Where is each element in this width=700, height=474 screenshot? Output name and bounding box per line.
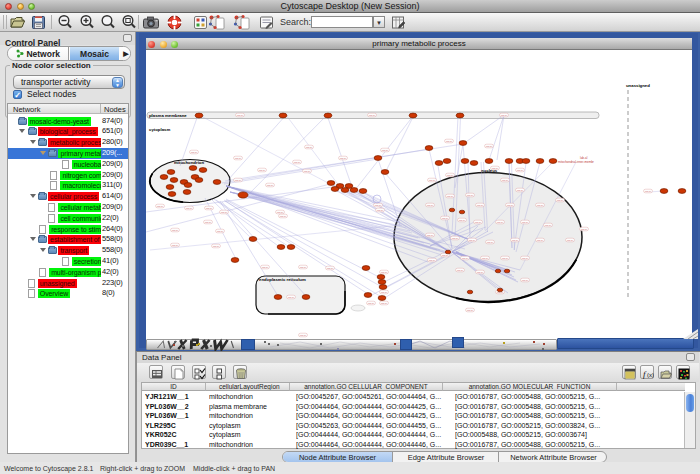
svg-text:lab-al: lab-al	[580, 156, 588, 160]
svg-text:lab-al: lab-al	[469, 239, 475, 242]
svg-text:lab-al: lab-al	[462, 257, 468, 260]
svg-text:(x): (x)	[647, 372, 654, 378]
svg-text:endoplasmic reticulum: endoplasmic reticulum	[259, 277, 306, 282]
svg-text:lab-al: lab-al	[304, 170, 310, 173]
svg-text:lab-al: lab-al	[237, 114, 243, 117]
svg-text:lab-al: lab-al	[157, 205, 163, 208]
svg-text:lab-al: lab-al	[447, 174, 453, 177]
svg-text:lab-al: lab-al	[340, 157, 346, 160]
svg-text:lab-al: lab-al	[262, 266, 268, 269]
svg-text:lab-al: lab-al	[427, 204, 433, 207]
svg-text:lab-al: lab-al	[442, 217, 448, 220]
svg-text:lab-al: lab-al	[497, 221, 503, 224]
svg-text:plasma membrane: plasma membrane	[149, 113, 187, 118]
svg-text:lab-al: lab-al	[487, 241, 493, 244]
svg-text:unassigned: unassigned	[626, 83, 650, 88]
svg-text:lab-al: lab-al	[522, 279, 528, 282]
svg-text:lab-al: lab-al	[172, 244, 178, 247]
svg-text:mitochondrial-inner-membr: mitochondrial-inner-membr	[558, 160, 594, 164]
svg-text:lab-al: lab-al	[429, 259, 435, 262]
svg-text:lab-al: lab-al	[427, 234, 433, 237]
svg-text:lab-al: lab-al	[467, 194, 473, 197]
svg-text:lab-al: lab-al	[477, 204, 483, 207]
svg-text:lab-al: lab-al	[259, 169, 265, 172]
svg-text:lab-al: lab-al	[567, 239, 573, 242]
svg-text:lab-al: lab-al	[581, 228, 587, 231]
svg-text:lab-al: lab-al	[502, 257, 508, 260]
svg-text:lab-al: lab-al	[381, 302, 387, 305]
svg-text:lab-al: lab-al	[446, 140, 452, 143]
svg-text:lab-al: lab-al	[280, 215, 286, 218]
svg-text:lab-al: lab-al	[235, 179, 241, 182]
svg-text:lab-al: lab-al	[267, 184, 273, 187]
svg-text:lab-al: lab-al	[502, 179, 508, 182]
svg-text:lab-al: lab-al	[512, 239, 518, 242]
svg-text:lab-al: lab-al	[217, 230, 223, 233]
svg-text:mitochondrion: mitochondrion	[174, 160, 204, 165]
svg-text:lab-al: lab-al	[645, 190, 651, 193]
svg-text:lab-al: lab-al	[277, 211, 283, 214]
svg-text:lab-al: lab-al	[447, 195, 453, 198]
svg-text:lab-al: lab-al	[213, 245, 219, 248]
svg-text:lab-al: lab-al	[186, 207, 192, 210]
svg-text:lab-al: lab-al	[452, 237, 458, 240]
svg-text:lab-al: lab-al	[375, 204, 381, 207]
svg-text:lab-al: lab-al	[235, 157, 241, 160]
svg-text:lab-al: lab-al	[381, 271, 387, 274]
svg-text:lab-al: lab-al	[381, 291, 387, 294]
svg-text:lab-al: lab-al	[537, 204, 543, 207]
svg-text:lab-al: lab-al	[457, 269, 463, 272]
svg-text:lab-al: lab-al	[522, 221, 528, 224]
svg-text:lab-al: lab-al	[492, 167, 498, 170]
svg-text:lab-al: lab-al	[368, 302, 374, 305]
svg-text:lab-al: lab-al	[442, 254, 448, 257]
svg-text:lab-al: lab-al	[369, 114, 375, 117]
svg-text:lab-al: lab-al	[191, 151, 197, 154]
svg-text:lab-al: lab-al	[486, 145, 492, 148]
svg-text:lab-al: lab-al	[300, 266, 306, 269]
svg-text:lab-al: lab-al	[545, 224, 551, 227]
svg-text:lab-al: lab-al	[467, 309, 473, 312]
svg-text:lab-al: lab-al	[522, 257, 528, 260]
svg-text:lab-al: lab-al	[382, 149, 388, 152]
svg-text:lab-al: lab-al	[172, 229, 178, 232]
svg-text:lab-al: lab-al	[501, 114, 507, 117]
svg-text:lab-al: lab-al	[459, 219, 465, 222]
svg-text:lab-al: lab-al	[475, 221, 481, 224]
svg-text:lab-al: lab-al	[300, 334, 306, 337]
svg-text:lab-al: lab-al	[294, 161, 300, 164]
svg-text:lab-al: lab-al	[517, 189, 523, 192]
svg-text:lab-al: lab-al	[377, 209, 383, 212]
svg-text:lab-al: lab-al	[477, 271, 483, 274]
svg-text:lab-al: lab-al	[205, 221, 211, 224]
svg-text:cytoplasm: cytoplasm	[149, 127, 170, 132]
svg-text:lab-al: lab-al	[517, 169, 523, 172]
svg-text:lab-al: lab-al	[288, 296, 294, 299]
svg-text:lab-al: lab-al	[482, 257, 488, 260]
svg-text:lab-al: lab-al	[507, 204, 513, 207]
svg-text:lab-al: lab-al	[306, 146, 312, 149]
svg-text:lab-al: lab-al	[429, 179, 435, 182]
svg-text:lab-al: lab-al	[557, 199, 563, 202]
svg-text:lab-al: lab-al	[221, 211, 227, 214]
svg-text:lab-al: lab-al	[537, 239, 543, 242]
svg-text:lab-al: lab-al	[327, 267, 333, 270]
svg-text:lab-al: lab-al	[206, 207, 212, 210]
